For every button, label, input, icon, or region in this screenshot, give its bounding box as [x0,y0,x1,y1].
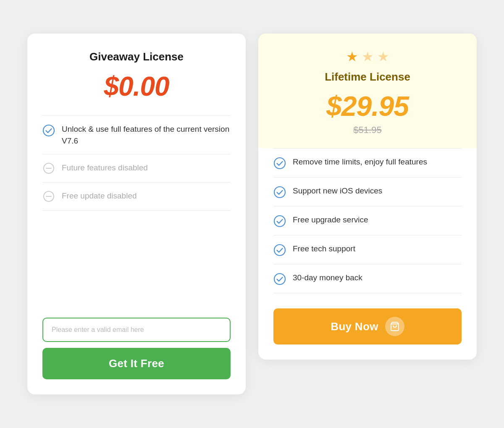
giveaway-price: $0.00 [42,71,231,102]
cart-icon [385,317,404,336]
lifetime-card: ★ ★ ★ Lifetime License $29.95 $51.95 Rem… [258,34,477,360]
lifetime-card-header: ★ ★ ★ Lifetime License $29.95 $51.95 [258,34,477,148]
feature-text: 30-day money back [293,272,362,284]
check-icon [273,186,286,198]
giveaway-title: Giveaway License [42,50,231,63]
feature-text: Free upgrade service [293,214,368,226]
svg-point-0 [43,125,54,136]
feature-text: Remove time limits, enjoy full features [293,156,427,168]
list-item: Future features disabled [42,154,231,183]
buy-button-wrap: Buy Now [258,308,477,360]
email-input-wrap [42,318,231,342]
check-icon [273,215,286,227]
minus-icon [42,190,55,203]
feature-text: Support new iOS devices [293,185,382,197]
get-it-free-button[interactable]: Get It Free [42,348,231,379]
feature-text: Free update disabled [62,190,137,202]
minus-icon [42,162,55,175]
buy-now-label: Buy Now [331,320,378,333]
check-icon [273,244,286,256]
svg-point-7 [274,216,285,227]
giveaway-card: Giveaway License $0.00 Unlock & use full… [27,34,246,394]
check-icon [273,157,286,170]
list-item: Remove time limits, enjoy full features [273,148,462,177]
giveaway-feature-list: Unlock & use full features of the curren… [42,115,231,304]
list-item: Support new iOS devices [273,177,462,206]
lifetime-price: $29.95 [273,90,462,122]
list-item: Free update disabled [42,183,231,211]
feature-text: Unlock & use full features of the curren… [62,123,231,146]
feature-text: Free tech support [293,243,355,255]
list-item: Free tech support [273,235,462,264]
list-item: Unlock & use full features of the curren… [42,115,231,154]
svg-point-9 [274,274,285,284]
star-rating: ★ ★ ★ [273,49,462,65]
star-icon-3: ★ [377,49,389,65]
lifetime-feature-list: Remove time limits, enjoy full features … [273,148,462,293]
list-item: 30-day money back [273,264,462,293]
check-icon [273,273,286,285]
lifetime-features: Remove time limits, enjoy full features … [258,148,477,308]
lifetime-original-price: $51.95 [273,125,462,136]
feature-text: Future features disabled [62,162,148,174]
email-input[interactable] [42,318,231,342]
pricing-container: Giveaway License $0.00 Unlock & use full… [10,17,494,411]
check-icon [42,124,55,137]
svg-point-8 [274,245,285,256]
svg-point-6 [274,187,285,198]
lifetime-title: Lifetime License [273,70,462,84]
star-icon-1: ★ [346,49,358,65]
buy-now-button[interactable]: Buy Now [273,308,462,344]
list-item: Free upgrade service [273,206,462,235]
svg-point-5 [274,158,285,169]
star-icon-2: ★ [362,49,374,65]
